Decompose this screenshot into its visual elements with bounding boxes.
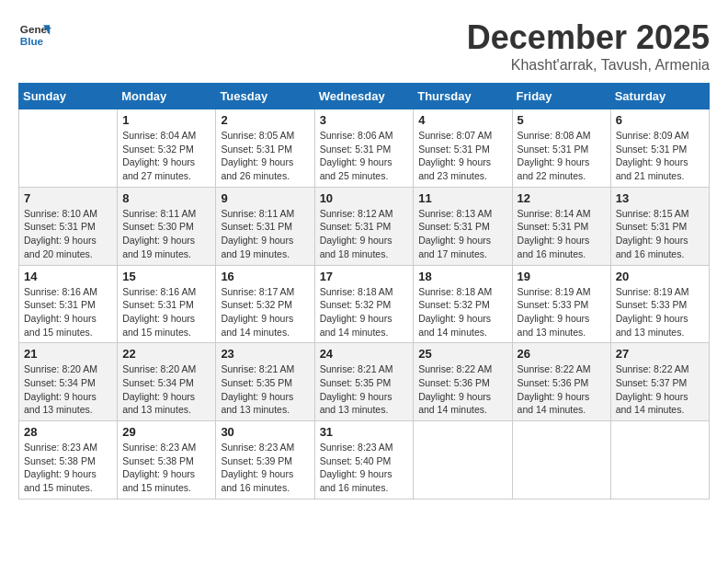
- day-number: 26: [518, 347, 606, 361]
- day-cell: 28Sunrise: 8:23 AMSunset: 5:38 PMDayligh…: [19, 421, 118, 500]
- header-cell-saturday: Saturday: [610, 84, 709, 109]
- header-row: SundayMondayTuesdayWednesdayThursdayFrid…: [19, 84, 710, 109]
- day-info: Sunrise: 8:11 AMSunset: 5:30 PMDaylight:…: [122, 207, 210, 261]
- day-number: 23: [221, 347, 309, 361]
- header-cell-friday: Friday: [512, 84, 610, 109]
- calendar-header: SundayMondayTuesdayWednesdayThursdayFrid…: [19, 84, 710, 109]
- day-cell: 14Sunrise: 8:16 AMSunset: 5:31 PMDayligh…: [19, 265, 118, 343]
- day-cell: 25Sunrise: 8:22 AMSunset: 5:36 PMDayligh…: [414, 343, 512, 421]
- day-info: Sunrise: 8:22 AMSunset: 5:37 PMDaylight:…: [616, 362, 704, 417]
- day-number: 11: [418, 191, 506, 205]
- day-info: Sunrise: 8:17 AMSunset: 5:32 PMDaylight:…: [221, 285, 309, 339]
- day-number: 19: [518, 270, 606, 283]
- day-cell: 4Sunrise: 8:07 AMSunset: 5:31 PMDaylight…: [414, 109, 512, 188]
- week-row-5: 28Sunrise: 8:23 AMSunset: 5:38 PMDayligh…: [19, 421, 710, 500]
- day-info: Sunrise: 8:19 AMSunset: 5:33 PMDaylight:…: [616, 285, 704, 339]
- day-number: 29: [122, 425, 210, 439]
- day-info: Sunrise: 8:23 AMSunset: 5:38 PMDaylight:…: [122, 441, 210, 495]
- day-cell: 18Sunrise: 8:18 AMSunset: 5:32 PMDayligh…: [414, 265, 512, 343]
- day-number: 28: [24, 425, 112, 439]
- week-row-1: 1Sunrise: 8:04 AMSunset: 5:32 PMDaylight…: [19, 109, 710, 188]
- month-title: December 2025: [467, 18, 710, 57]
- day-number: 9: [221, 191, 309, 205]
- day-info: Sunrise: 8:18 AMSunset: 5:32 PMDaylight:…: [418, 285, 506, 339]
- day-cell: [610, 421, 709, 500]
- day-cell: 2Sunrise: 8:05 AMSunset: 5:31 PMDaylight…: [216, 109, 314, 188]
- page-header: General Blue December 2025 Khasht'arrak,…: [18, 18, 710, 74]
- day-info: Sunrise: 8:14 AMSunset: 5:31 PMDaylight:…: [518, 207, 606, 261]
- day-number: 10: [320, 191, 409, 205]
- logo-icon: General Blue: [18, 18, 51, 52]
- day-number: 2: [221, 113, 309, 127]
- day-cell: 11Sunrise: 8:13 AMSunset: 5:31 PMDayligh…: [414, 187, 512, 265]
- day-info: Sunrise: 8:16 AMSunset: 5:31 PMDaylight:…: [24, 285, 112, 339]
- week-row-4: 21Sunrise: 8:20 AMSunset: 5:34 PMDayligh…: [19, 343, 710, 421]
- day-info: Sunrise: 8:04 AMSunset: 5:32 PMDaylight:…: [122, 129, 210, 183]
- header-cell-tuesday: Tuesday: [216, 84, 314, 109]
- day-number: 4: [418, 113, 506, 127]
- day-number: 7: [24, 191, 112, 205]
- calendar-body: 1Sunrise: 8:04 AMSunset: 5:32 PMDaylight…: [19, 109, 710, 500]
- day-cell: 12Sunrise: 8:14 AMSunset: 5:31 PMDayligh…: [512, 187, 610, 265]
- day-cell: 19Sunrise: 8:19 AMSunset: 5:33 PMDayligh…: [512, 265, 610, 343]
- day-number: 15: [122, 270, 210, 283]
- day-cell: 15Sunrise: 8:16 AMSunset: 5:31 PMDayligh…: [118, 265, 216, 343]
- day-cell: [19, 109, 118, 188]
- day-cell: 17Sunrise: 8:18 AMSunset: 5:32 PMDayligh…: [314, 265, 414, 343]
- day-number: 13: [616, 191, 704, 205]
- day-number: 1: [122, 113, 210, 127]
- title-block: December 2025 Khasht'arrak, Tavush, Arme…: [467, 18, 710, 74]
- day-number: 16: [221, 270, 309, 283]
- day-info: Sunrise: 8:18 AMSunset: 5:32 PMDaylight:…: [320, 285, 409, 339]
- header-cell-wednesday: Wednesday: [314, 84, 414, 109]
- day-cell: 16Sunrise: 8:17 AMSunset: 5:32 PMDayligh…: [216, 265, 314, 343]
- day-cell: 24Sunrise: 8:21 AMSunset: 5:35 PMDayligh…: [314, 343, 414, 421]
- day-info: Sunrise: 8:06 AMSunset: 5:31 PMDaylight:…: [320, 129, 409, 183]
- day-number: 24: [320, 347, 409, 361]
- day-number: 12: [518, 191, 606, 205]
- day-info: Sunrise: 8:19 AMSunset: 5:33 PMDaylight:…: [518, 285, 606, 339]
- header-cell-monday: Monday: [118, 84, 216, 109]
- day-cell: [414, 421, 512, 500]
- header-cell-thursday: Thursday: [414, 84, 512, 109]
- day-info: Sunrise: 8:11 AMSunset: 5:31 PMDaylight:…: [221, 207, 309, 261]
- day-number: 3: [320, 113, 409, 127]
- day-number: 6: [616, 113, 704, 127]
- day-cell: 29Sunrise: 8:23 AMSunset: 5:38 PMDayligh…: [118, 421, 216, 500]
- day-cell: 21Sunrise: 8:20 AMSunset: 5:34 PMDayligh…: [19, 343, 118, 421]
- week-row-2: 7Sunrise: 8:10 AMSunset: 5:31 PMDaylight…: [19, 187, 710, 265]
- day-number: 27: [616, 347, 704, 361]
- day-cell: 23Sunrise: 8:21 AMSunset: 5:35 PMDayligh…: [216, 343, 314, 421]
- day-number: 31: [320, 425, 409, 439]
- header-cell-sunday: Sunday: [19, 84, 118, 109]
- day-number: 14: [24, 270, 112, 283]
- location-subtitle: Khasht'arrak, Tavush, Armenia: [467, 57, 710, 74]
- day-info: Sunrise: 8:12 AMSunset: 5:31 PMDaylight:…: [320, 207, 409, 261]
- svg-text:Blue: Blue: [20, 35, 44, 47]
- day-cell: 10Sunrise: 8:12 AMSunset: 5:31 PMDayligh…: [314, 187, 414, 265]
- day-info: Sunrise: 8:08 AMSunset: 5:31 PMDaylight:…: [518, 129, 606, 183]
- day-info: Sunrise: 8:10 AMSunset: 5:31 PMDaylight:…: [24, 207, 112, 261]
- logo: General Blue: [18, 18, 51, 52]
- day-info: Sunrise: 8:13 AMSunset: 5:31 PMDaylight:…: [418, 207, 506, 261]
- day-info: Sunrise: 8:20 AMSunset: 5:34 PMDaylight:…: [24, 362, 112, 417]
- day-info: Sunrise: 8:20 AMSunset: 5:34 PMDaylight:…: [122, 362, 210, 417]
- day-info: Sunrise: 8:09 AMSunset: 5:31 PMDaylight:…: [616, 129, 704, 183]
- day-info: Sunrise: 8:21 AMSunset: 5:35 PMDaylight:…: [221, 362, 309, 417]
- day-cell: 3Sunrise: 8:06 AMSunset: 5:31 PMDaylight…: [314, 109, 414, 188]
- day-info: Sunrise: 8:22 AMSunset: 5:36 PMDaylight:…: [418, 362, 506, 417]
- day-cell: 20Sunrise: 8:19 AMSunset: 5:33 PMDayligh…: [610, 265, 709, 343]
- day-number: 5: [518, 113, 606, 127]
- day-cell: 6Sunrise: 8:09 AMSunset: 5:31 PMDaylight…: [610, 109, 709, 188]
- day-cell: 1Sunrise: 8:04 AMSunset: 5:32 PMDaylight…: [118, 109, 216, 188]
- calendar-table: SundayMondayTuesdayWednesdayThursdayFrid…: [18, 83, 710, 500]
- day-info: Sunrise: 8:16 AMSunset: 5:31 PMDaylight:…: [122, 285, 210, 339]
- day-cell: 26Sunrise: 8:22 AMSunset: 5:36 PMDayligh…: [512, 343, 610, 421]
- day-info: Sunrise: 8:23 AMSunset: 5:38 PMDaylight:…: [24, 441, 112, 495]
- day-info: Sunrise: 8:05 AMSunset: 5:31 PMDaylight:…: [221, 129, 309, 183]
- day-cell: 5Sunrise: 8:08 AMSunset: 5:31 PMDaylight…: [512, 109, 610, 188]
- day-info: Sunrise: 8:23 AMSunset: 5:39 PMDaylight:…: [221, 441, 309, 495]
- day-info: Sunrise: 8:07 AMSunset: 5:31 PMDaylight:…: [418, 129, 506, 183]
- day-number: 25: [418, 347, 506, 361]
- day-cell: 27Sunrise: 8:22 AMSunset: 5:37 PMDayligh…: [610, 343, 709, 421]
